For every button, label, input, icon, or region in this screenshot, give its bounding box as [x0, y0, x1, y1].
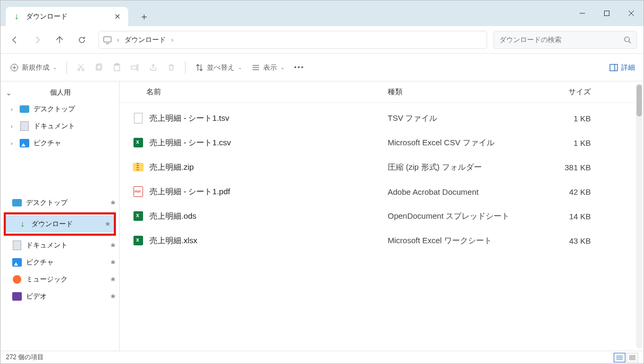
file-icon: [134, 113, 143, 123]
close-window-button[interactable]: [619, 1, 643, 26]
sidebar-item-picture[interactable]: ›ピクチャ: [5, 135, 119, 152]
chevron-right-icon: ›: [117, 36, 119, 44]
pin-icon: [110, 243, 116, 249]
share-button[interactable]: [145, 58, 162, 77]
close-tab-button[interactable]: ✕: [113, 12, 122, 21]
sort-icon: [195, 63, 204, 72]
breadcrumb-item[interactable]: ダウンロード: [124, 35, 166, 45]
file-name: 売上明細 - シート1.csv: [149, 138, 388, 148]
window-tab[interactable]: ↓ ダウンロード ✕: [6, 7, 128, 26]
file-type: 圧縮 (zip 形式) フォルダー: [388, 162, 542, 172]
item-count-label: 272 個の項目: [6, 353, 44, 362]
vertical-scrollbar[interactable]: [636, 84, 642, 349]
picture-icon: [20, 139, 29, 147]
music-icon: [13, 275, 21, 284]
sidebar-quick-download[interactable]: ↓ダウンロード: [6, 216, 114, 233]
tab-title: ダウンロード: [26, 12, 108, 21]
file-name: 売上明細 - シート1.tsv: [149, 113, 388, 123]
details-view-toggle[interactable]: [614, 353, 625, 362]
up-button[interactable]: [49, 30, 70, 50]
search-icon: [624, 36, 631, 44]
pin-icon: [110, 260, 116, 266]
pin-icon: [105, 221, 111, 227]
back-button[interactable]: [5, 30, 25, 50]
file-size: 43 KB: [542, 236, 595, 245]
file-size: 1 KB: [542, 114, 595, 123]
file-row[interactable]: 売上明細.zip圧縮 (zip 形式) フォルダー381 KB: [132, 155, 631, 179]
sidebar-item-label: ピクチャ: [34, 138, 61, 148]
sidebar-item-label: ドキュメント: [26, 241, 68, 250]
sidebar-quick-desktop[interactable]: デスクトップ: [1, 194, 119, 211]
sidebar-quick-document[interactable]: ドキュメント: [1, 237, 119, 254]
breadcrumb[interactable]: › ダウンロード ›: [98, 31, 487, 49]
column-header-size[interactable]: サイズ: [542, 87, 595, 97]
delete-button[interactable]: [163, 58, 180, 77]
sidebar-item-label: ミュージック: [26, 275, 68, 284]
view-button[interactable]: 表示 ⌄: [247, 58, 289, 77]
column-headers: 名前 種類 サイズ: [120, 81, 643, 103]
zip-folder-icon: [133, 163, 144, 171]
file-type: TSV ファイル: [388, 113, 542, 123]
sidebar-section-label: 個人用: [16, 88, 115, 97]
file-row[interactable]: 売上明細.odsOpenDocument スプレッドシート14 KB: [132, 204, 631, 228]
sidebar-quick-music[interactable]: ミュージック: [1, 271, 119, 288]
list-icon: [252, 63, 260, 72]
chevron-right-icon: ›: [171, 36, 173, 44]
command-toolbar: 新規作成 ⌄ 並べ替え ⌄ 表示 ⌄ ••• 詳細: [1, 54, 643, 81]
cut-button[interactable]: [72, 58, 89, 77]
sort-button[interactable]: 並べ替え ⌄: [191, 58, 246, 77]
sidebar-item-label: デスクトップ: [26, 198, 68, 208]
svg-point-6: [625, 37, 630, 42]
sidebar-quick-picture[interactable]: ピクチャ: [1, 254, 119, 271]
paste-button[interactable]: [108, 58, 126, 77]
chevron-down-icon: ⌄: [280, 64, 285, 70]
maximize-button[interactable]: [595, 1, 619, 26]
sidebar-item-label: デスクトップ: [34, 104, 75, 114]
file-size: 42 KB: [542, 187, 595, 196]
rename-button[interactable]: [127, 58, 144, 77]
ellipsis-icon: •••: [294, 63, 305, 71]
forward-button[interactable]: [27, 30, 47, 50]
scrollbar-thumb[interactable]: [637, 85, 642, 117]
monitor-icon: [103, 36, 112, 44]
scissors-icon: [77, 63, 85, 72]
thumbnails-view-toggle[interactable]: [626, 353, 638, 362]
file-row[interactable]: 売上明細 - シート1.csvMicrosoft Excel CSV ファイル1…: [132, 130, 631, 155]
more-button[interactable]: •••: [290, 58, 309, 77]
details-icon: [609, 63, 618, 72]
sidebar-item-label: ピクチャ: [26, 258, 54, 267]
desktop-icon: [20, 105, 29, 113]
sidebar-item-desktop[interactable]: ›デスクトップ: [5, 101, 119, 118]
document-icon: [13, 241, 21, 250]
search-box[interactable]: [494, 31, 637, 49]
new-button[interactable]: 新規作成 ⌄: [6, 58, 61, 77]
sidebar-section-personal[interactable]: ⌄ 個人用: [1, 85, 119, 101]
svg-rect-1: [605, 11, 609, 16]
svg-point-11: [78, 69, 80, 71]
new-button-label: 新規作成: [22, 63, 49, 72]
svg-rect-32: [633, 355, 635, 357]
video-icon: [12, 292, 22, 301]
sidebar-quick-video[interactable]: ビデオ: [1, 288, 119, 305]
copy-button[interactable]: [90, 58, 107, 77]
chevron-down-icon: ⌄: [238, 64, 242, 70]
sidebar-item-document[interactable]: ›ドキュメント: [5, 118, 119, 135]
column-header-name[interactable]: 名前: [132, 87, 388, 97]
column-header-type[interactable]: 種類: [388, 87, 542, 97]
sidebar-item-label: ダウンロード: [31, 219, 73, 229]
minimize-button[interactable]: [570, 1, 595, 26]
pin-icon: [110, 200, 116, 206]
file-row[interactable]: 売上明細.xlsxMicrosoft Excel ワークシート43 KB: [132, 228, 631, 253]
search-input[interactable]: [499, 36, 624, 44]
file-type: Microsoft Excel ワークシート: [388, 236, 542, 246]
file-size: 14 KB: [542, 212, 595, 221]
file-row[interactable]: 売上明細 - シート1.tsvTSV ファイル1 KB: [132, 106, 631, 130]
file-list-area: 名前 種類 サイズ 売上明細 - シート1.tsvTSV ファイル1 KB売上明…: [120, 81, 643, 351]
file-row[interactable]: 売上明細 - シート1.pdfAdobe Acrobat Document42 …: [132, 179, 631, 204]
details-pane-button[interactable]: 詳細: [606, 63, 638, 72]
excel-icon: [133, 138, 143, 147]
title-bar: ↓ ダウンロード ✕ ＋: [1, 1, 643, 26]
file-type: OpenDocument スプレッドシート: [388, 211, 542, 221]
add-tab-button[interactable]: ＋: [135, 7, 154, 26]
refresh-button[interactable]: [72, 30, 92, 50]
